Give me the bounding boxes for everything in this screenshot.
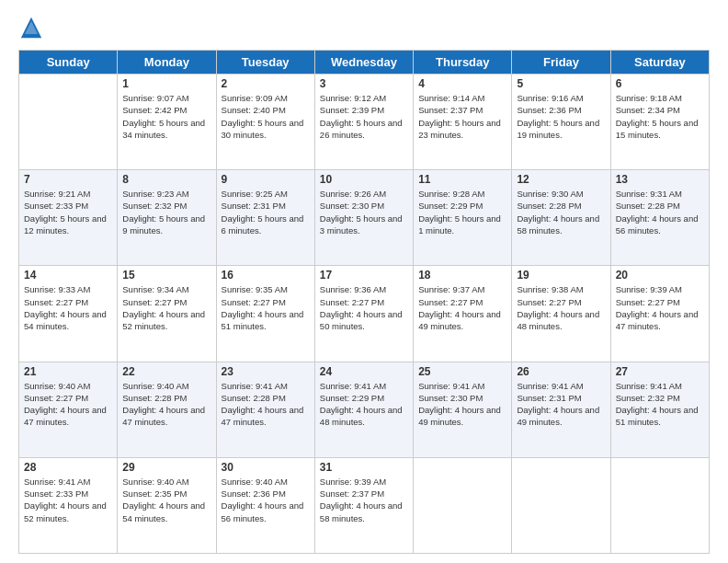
calendar-cell: 30Sunrise: 9:40 AMSunset: 2:36 PMDayligh… [216, 457, 314, 553]
day-number: 23 [222, 365, 310, 378]
day-number: 8 [122, 173, 210, 186]
day-number: 28 [24, 461, 112, 474]
calendar-week-row: 28Sunrise: 9:41 AMSunset: 2:33 PMDayligh… [19, 457, 710, 553]
calendar-cell: 26Sunrise: 9:41 AMSunset: 2:31 PMDayligh… [512, 362, 610, 457]
calendar-cell: 4Sunrise: 9:14 AMSunset: 2:37 PMDaylight… [414, 75, 512, 170]
calendar-cell: 17Sunrise: 9:36 AMSunset: 2:27 PMDayligh… [314, 266, 413, 362]
day-number: 14 [24, 269, 112, 282]
cell-info: Sunrise: 9:36 AMSunset: 2:27 PMDaylight:… [320, 283, 408, 332]
calendar-cell: 29Sunrise: 9:40 AMSunset: 2:35 PMDayligh… [118, 457, 216, 553]
calendar-cell: 27Sunrise: 9:41 AMSunset: 2:32 PMDayligh… [610, 362, 709, 457]
calendar-cell: 14Sunrise: 9:33 AMSunset: 2:27 PMDayligh… [19, 266, 118, 362]
day-number: 19 [517, 269, 605, 282]
logo [18, 15, 46, 40]
calendar-cell: 22Sunrise: 9:40 AMSunset: 2:28 PMDayligh… [118, 362, 216, 457]
cell-info: Sunrise: 9:37 AMSunset: 2:27 PMDaylight:… [418, 283, 506, 332]
header [18, 15, 710, 40]
calendar-cell: 13Sunrise: 9:31 AMSunset: 2:28 PMDayligh… [610, 170, 709, 266]
calendar-cell: 23Sunrise: 9:41 AMSunset: 2:28 PMDayligh… [216, 362, 314, 457]
cell-info: Sunrise: 9:41 AMSunset: 2:33 PMDaylight:… [24, 476, 112, 524]
day-number: 3 [320, 77, 408, 90]
calendar-cell: 6Sunrise: 9:18 AMSunset: 2:34 PMDaylight… [610, 75, 709, 170]
cell-info: Sunrise: 9:38 AMSunset: 2:27 PMDaylight:… [517, 283, 605, 332]
cell-info: Sunrise: 9:40 AMSunset: 2:36 PMDaylight:… [222, 476, 310, 524]
cell-info: Sunrise: 9:25 AMSunset: 2:31 PMDaylight:… [222, 188, 310, 236]
calendar-cell: 25Sunrise: 9:41 AMSunset: 2:30 PMDayligh… [414, 362, 512, 457]
day-number: 29 [122, 461, 210, 474]
calendar-cell: 19Sunrise: 9:38 AMSunset: 2:27 PMDayligh… [512, 266, 610, 362]
col-header-monday: Monday [118, 51, 216, 75]
calendar-week-row: 14Sunrise: 9:33 AMSunset: 2:27 PMDayligh… [19, 266, 710, 362]
cell-info: Sunrise: 9:41 AMSunset: 2:29 PMDaylight:… [320, 380, 408, 429]
calendar-week-row: 7Sunrise: 9:21 AMSunset: 2:33 PMDaylight… [19, 170, 710, 266]
col-header-saturday: Saturday [610, 51, 709, 75]
page: SundayMondayTuesdayWednesdayThursdayFrid… [0, 0, 728, 563]
day-number: 4 [418, 77, 506, 90]
col-header-sunday: Sunday [19, 51, 118, 75]
calendar-cell: 8Sunrise: 9:23 AMSunset: 2:32 PMDaylight… [118, 170, 216, 266]
cell-info: Sunrise: 9:41 AMSunset: 2:30 PMDaylight:… [418, 380, 506, 429]
cell-info: Sunrise: 9:31 AMSunset: 2:28 PMDaylight:… [616, 188, 704, 236]
calendar-cell: 10Sunrise: 9:26 AMSunset: 2:30 PMDayligh… [314, 170, 413, 266]
calendar-header-row: SundayMondayTuesdayWednesdayThursdayFrid… [19, 51, 710, 75]
calendar-cell [19, 75, 118, 170]
day-number: 16 [222, 269, 310, 282]
day-number: 25 [418, 365, 506, 378]
col-header-friday: Friday [512, 51, 610, 75]
day-number: 17 [320, 269, 408, 282]
calendar-cell: 28Sunrise: 9:41 AMSunset: 2:33 PMDayligh… [19, 457, 118, 553]
calendar-cell: 12Sunrise: 9:30 AMSunset: 2:28 PMDayligh… [512, 170, 610, 266]
calendar-cell: 31Sunrise: 9:39 AMSunset: 2:37 PMDayligh… [314, 457, 413, 553]
calendar-cell: 7Sunrise: 9:21 AMSunset: 2:33 PMDaylight… [19, 170, 118, 266]
calendar-cell [414, 457, 512, 553]
day-number: 31 [320, 461, 408, 474]
day-number: 12 [517, 173, 605, 186]
calendar-cell: 5Sunrise: 9:16 AMSunset: 2:36 PMDaylight… [512, 75, 610, 170]
day-number: 18 [418, 269, 506, 282]
cell-info: Sunrise: 9:35 AMSunset: 2:27 PMDaylight:… [222, 283, 310, 332]
cell-info: Sunrise: 9:18 AMSunset: 2:34 PMDaylight:… [616, 92, 704, 141]
day-number: 2 [222, 77, 310, 90]
cell-info: Sunrise: 9:39 AMSunset: 2:27 PMDaylight:… [616, 283, 704, 332]
cell-info: Sunrise: 9:39 AMSunset: 2:37 PMDaylight:… [320, 476, 408, 524]
calendar-cell: 9Sunrise: 9:25 AMSunset: 2:31 PMDaylight… [216, 170, 314, 266]
day-number: 7 [24, 173, 112, 186]
cell-info: Sunrise: 9:41 AMSunset: 2:28 PMDaylight:… [222, 380, 310, 429]
calendar-cell: 11Sunrise: 9:28 AMSunset: 2:29 PMDayligh… [414, 170, 512, 266]
calendar-cell: 16Sunrise: 9:35 AMSunset: 2:27 PMDayligh… [216, 266, 314, 362]
cell-info: Sunrise: 9:40 AMSunset: 2:28 PMDaylight:… [122, 380, 210, 429]
day-number: 15 [122, 269, 210, 282]
day-number: 24 [320, 365, 408, 378]
calendar-cell [512, 457, 610, 553]
cell-info: Sunrise: 9:30 AMSunset: 2:28 PMDaylight:… [517, 188, 605, 236]
day-number: 21 [24, 365, 112, 378]
calendar-cell: 2Sunrise: 9:09 AMSunset: 2:40 PMDaylight… [216, 75, 314, 170]
calendar-table: SundayMondayTuesdayWednesdayThursdayFrid… [18, 50, 710, 554]
day-number: 1 [122, 77, 210, 90]
cell-info: Sunrise: 9:26 AMSunset: 2:30 PMDaylight:… [320, 188, 408, 236]
cell-info: Sunrise: 9:12 AMSunset: 2:39 PMDaylight:… [320, 92, 408, 141]
calendar-week-row: 21Sunrise: 9:40 AMSunset: 2:27 PMDayligh… [19, 362, 710, 457]
day-number: 6 [616, 77, 704, 90]
cell-info: Sunrise: 9:09 AMSunset: 2:40 PMDaylight:… [222, 92, 310, 141]
cell-info: Sunrise: 9:40 AMSunset: 2:27 PMDaylight:… [24, 380, 112, 429]
col-header-tuesday: Tuesday [216, 51, 314, 75]
cell-info: Sunrise: 9:40 AMSunset: 2:35 PMDaylight:… [122, 476, 210, 524]
calendar-cell: 21Sunrise: 9:40 AMSunset: 2:27 PMDayligh… [19, 362, 118, 457]
calendar-cell: 1Sunrise: 9:07 AMSunset: 2:42 PMDaylight… [118, 75, 216, 170]
cell-info: Sunrise: 9:28 AMSunset: 2:29 PMDaylight:… [418, 188, 506, 236]
day-number: 10 [320, 173, 408, 186]
calendar-cell: 24Sunrise: 9:41 AMSunset: 2:29 PMDayligh… [314, 362, 413, 457]
day-number: 22 [122, 365, 210, 378]
cell-info: Sunrise: 9:41 AMSunset: 2:31 PMDaylight:… [517, 380, 605, 429]
day-number: 26 [517, 365, 605, 378]
calendar-cell: 20Sunrise: 9:39 AMSunset: 2:27 PMDayligh… [610, 266, 709, 362]
calendar-week-row: 1Sunrise: 9:07 AMSunset: 2:42 PMDaylight… [19, 75, 710, 170]
day-number: 20 [616, 269, 704, 282]
col-header-wednesday: Wednesday [314, 51, 413, 75]
cell-info: Sunrise: 9:21 AMSunset: 2:33 PMDaylight:… [24, 188, 112, 236]
cell-info: Sunrise: 9:14 AMSunset: 2:37 PMDaylight:… [418, 92, 506, 141]
cell-info: Sunrise: 9:07 AMSunset: 2:42 PMDaylight:… [122, 92, 210, 141]
cell-info: Sunrise: 9:16 AMSunset: 2:36 PMDaylight:… [517, 92, 605, 141]
day-number: 5 [517, 77, 605, 90]
